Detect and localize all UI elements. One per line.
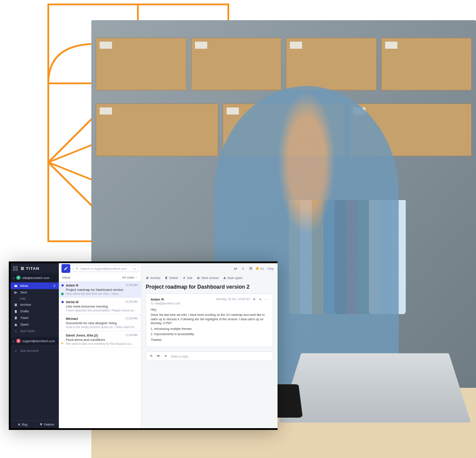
action-mark-spam[interactable]: Mark spam bbox=[223, 276, 243, 279]
star-icon bbox=[183, 276, 186, 279]
list-item[interactable]: ★ David Jones, Ella (2) 11:30 AM Flock t… bbox=[59, 331, 141, 348]
list-item[interactable]: Adam R 11:30 AM Project roadmap for Dash… bbox=[59, 281, 141, 298]
nav-label: Lists bbox=[19, 297, 25, 300]
action-delete[interactable]: Delete bbox=[165, 276, 178, 279]
svg-line-4 bbox=[48, 145, 92, 162]
mail-icon bbox=[197, 276, 200, 279]
bulb-icon bbox=[40, 423, 43, 426]
unread-dot-icon bbox=[61, 284, 64, 286]
spam-icon bbox=[14, 323, 18, 326]
svg-line-5 bbox=[48, 162, 92, 180]
inbox-icon bbox=[14, 284, 18, 288]
svg-line-6 bbox=[48, 162, 92, 206]
account-email: ella@avontech.com bbox=[22, 276, 50, 279]
trash-icon bbox=[165, 276, 168, 279]
search-input[interactable]: Search in support@avontech.com ▾ bbox=[73, 265, 138, 272]
reply-all-icon[interactable] bbox=[157, 354, 160, 358]
forward-icon[interactable] bbox=[164, 354, 167, 358]
list-filter[interactable]: All mails bbox=[122, 276, 137, 279]
msg-subject: Flock terms and conditions bbox=[66, 338, 137, 342]
search-scope-chevron-icon[interactable]: ▾ bbox=[132, 267, 136, 270]
sent-icon bbox=[14, 291, 18, 294]
mail-reply-icon[interactable] bbox=[259, 297, 262, 302]
account-email: support@avontech.com bbox=[22, 340, 55, 343]
reply-box[interactable]: Write a reply… bbox=[146, 351, 273, 361]
account-row-secondary[interactable]: ▸ S support@avontech.com bbox=[11, 337, 59, 345]
folder-nav: Inbox 2 Sent Lists Archive Drafts Trash bbox=[11, 282, 59, 335]
nav-drafts[interactable]: Drafts bbox=[11, 308, 59, 315]
nav-add-folder[interactable]: Add folder bbox=[11, 328, 59, 334]
nav-label: Sent bbox=[20, 290, 27, 294]
body-line: Thanks! bbox=[151, 338, 268, 342]
report-bug-button[interactable]: Bug bbox=[11, 421, 35, 428]
action-label: Mark unread bbox=[201, 276, 218, 279]
msg-subject: Documents for new designer hiring bbox=[66, 321, 137, 325]
inbox-count: 2 bbox=[54, 284, 55, 287]
nav-lists[interactable]: Lists bbox=[11, 296, 59, 301]
list-item[interactable]: Stella W 11:30 AM Lets meet tomorrow mor… bbox=[59, 298, 141, 315]
nav-add-account[interactable]: Add account bbox=[11, 347, 59, 354]
calendar-count: 60 bbox=[260, 267, 263, 271]
presence-dot-icon bbox=[61, 293, 64, 295]
calendar-badge[interactable]: 60 bbox=[256, 267, 263, 271]
nav-label: Trash bbox=[20, 316, 29, 320]
action-archive[interactable]: Archive bbox=[146, 276, 160, 279]
nav-trash[interactable]: Trash bbox=[11, 315, 59, 321]
message-actions: Archive Delete Star Mark unread Mark spa… bbox=[141, 274, 278, 282]
msg-subject: Project roadmap for Dashboard version bbox=[66, 288, 137, 292]
reading-pane: 60 Help Archive Delete Star Mark unread … bbox=[141, 263, 278, 428]
view-icon[interactable] bbox=[234, 267, 238, 271]
msg-time: 11:30 AM bbox=[126, 300, 137, 303]
msg-time: 11:30 AM bbox=[126, 283, 137, 286]
nav-inbox[interactable]: Inbox 2 bbox=[11, 283, 59, 289]
mail-body: Hey, Since the last time we met, I have … bbox=[151, 308, 268, 343]
list-item[interactable]: Michael 11:30 AM Documents for new desig… bbox=[59, 315, 141, 331]
mail-star-icon[interactable] bbox=[252, 297, 256, 302]
request-feature-button[interactable]: Feature bbox=[35, 421, 59, 428]
compose-icon bbox=[64, 266, 68, 271]
nav-archive[interactable]: Archive bbox=[11, 301, 59, 308]
msg-time: 11:30 AM bbox=[126, 333, 137, 336]
svg-line-3 bbox=[48, 118, 92, 162]
avatar: S bbox=[16, 339, 21, 343]
nav-label: Add folder bbox=[20, 329, 35, 333]
list-title: Inbox bbox=[62, 276, 70, 279]
reader-subject: Project roadmap for Dashboard version 2 bbox=[141, 282, 278, 293]
body-line: 2. Improvements in accessibility bbox=[151, 332, 268, 336]
body-line: 1. Introducing multiple themes bbox=[151, 327, 268, 331]
bug-icon bbox=[18, 423, 21, 426]
sidebar: TITAN ▸ E ella@avontech.com Inbox 2 Sent… bbox=[11, 263, 59, 428]
mail-card: Adam R To: ella@avontech.com Monday, 30 … bbox=[146, 293, 273, 347]
help-link[interactable]: Help bbox=[267, 267, 274, 271]
action-star[interactable]: Star bbox=[183, 276, 193, 279]
nav-label: Drafts bbox=[20, 309, 29, 313]
dot-icon bbox=[256, 267, 259, 270]
plus-icon bbox=[14, 329, 18, 333]
email-app-window: TITAN ▸ E ella@avontech.com Inbox 2 Sent… bbox=[9, 261, 278, 430]
compose-button[interactable] bbox=[61, 264, 70, 273]
refresh-icon[interactable] bbox=[241, 267, 245, 271]
settings-icon[interactable] bbox=[249, 267, 252, 271]
mail-more-icon[interactable]: ⋯ bbox=[265, 297, 268, 302]
star-icon: ★ bbox=[61, 341, 64, 345]
action-label: Delete bbox=[169, 276, 178, 279]
nav-spam[interactable]: Spam bbox=[11, 321, 59, 328]
account-row-primary[interactable]: ▸ E ella@avontech.com bbox=[11, 274, 59, 282]
chevron-down-icon bbox=[135, 276, 137, 279]
nav-sent[interactable]: Sent bbox=[11, 289, 59, 296]
reply-icon[interactable] bbox=[150, 354, 153, 358]
archive-icon bbox=[14, 303, 18, 307]
mail-from: Adam R bbox=[151, 297, 180, 301]
bb-label: Feature bbox=[44, 423, 54, 426]
window-traffic-lights bbox=[5, 246, 22, 250]
avatar: E bbox=[16, 276, 21, 280]
nav-label: Add account bbox=[20, 349, 39, 353]
msg-time: 11:30 AM bbox=[126, 317, 137, 320]
action-mark-unread[interactable]: Mark unread bbox=[197, 276, 218, 279]
list-header: Inbox All mails bbox=[59, 274, 141, 281]
apps-grid-icon[interactable] bbox=[13, 266, 18, 271]
msg-preview: Hey, since the last time we met, I have… bbox=[66, 292, 137, 295]
reply-placeholder: Write a reply… bbox=[171, 355, 191, 358]
msg-subject: Lets meet tomorrow morning bbox=[66, 304, 137, 308]
search-icon bbox=[76, 267, 79, 270]
